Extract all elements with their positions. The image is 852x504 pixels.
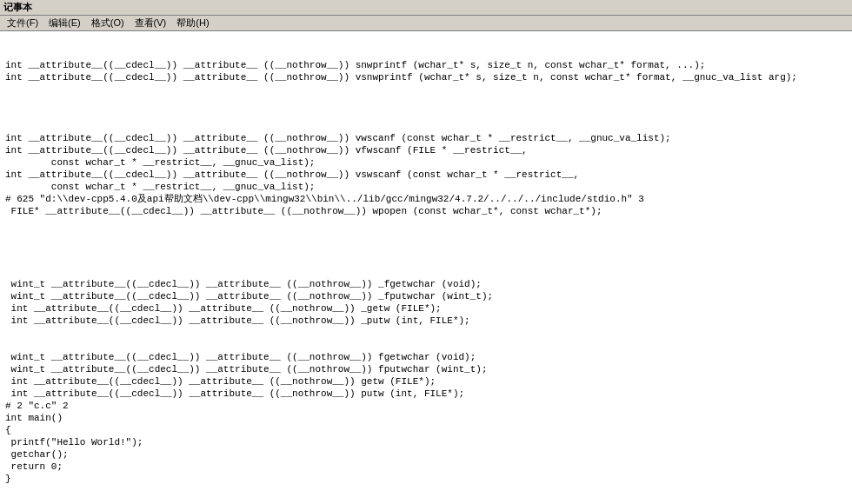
code-line: # 2 "c.c" 2 bbox=[5, 400, 847, 412]
title-text: 记事本 bbox=[3, 1, 32, 14]
code-line: int __attribute__((__cdecl__)) __attribu… bbox=[5, 315, 847, 327]
code-line: wint_t __attribute__((__cdecl__)) __attr… bbox=[5, 363, 847, 375]
code-line: } bbox=[5, 473, 847, 485]
code-line: int __attribute__((__cdecl__)) __attribu… bbox=[5, 169, 847, 181]
code-line: int __attribute__((__cdecl__)) __attribu… bbox=[5, 132, 847, 144]
code-line: int __attribute__((__cdecl__)) __attribu… bbox=[5, 71, 847, 83]
code-line: # 625 "d:\\dev-cpp5.4.0及api帮助文档\\dev-cpp… bbox=[5, 193, 847, 205]
code-line: int __attribute__((__cdecl__)) __attribu… bbox=[5, 388, 847, 400]
menu-bar: 文件(F)编辑(E)格式(O)查看(V)帮助(H) bbox=[0, 16, 852, 31]
code-line: wint_t __attribute__((__cdecl__)) __attr… bbox=[5, 351, 847, 363]
menu-item[interactable]: 格式(O) bbox=[86, 16, 130, 30]
code-line: wint_t __attribute__((__cdecl__)) __attr… bbox=[5, 290, 847, 302]
code-line: printf("Hello World!"); bbox=[5, 436, 847, 448]
code-line: int __attribute__((__cdecl__)) __attribu… bbox=[5, 59, 847, 71]
code-line: FILE* __attribute__((__cdecl__)) __attri… bbox=[5, 205, 847, 217]
code-line: int main() bbox=[5, 412, 847, 424]
code-line: const wchar_t * __restrict__, __gnuc_va_… bbox=[5, 181, 847, 193]
menu-item[interactable]: 帮助(H) bbox=[171, 16, 214, 30]
title-bar: 记事本 bbox=[0, 0, 852, 16]
content-area[interactable]: int __attribute__((__cdecl__)) __attribu… bbox=[0, 31, 852, 504]
code-line: int __attribute__((__cdecl__)) __attribu… bbox=[5, 302, 847, 315]
menu-item[interactable]: 文件(F) bbox=[2, 16, 43, 30]
menu-item[interactable]: 查看(V) bbox=[130, 16, 172, 30]
code-line: getchar(); bbox=[5, 448, 847, 461]
menu-item[interactable]: 编辑(E) bbox=[43, 16, 86, 30]
code-line: const wchar_t * __restrict__, __gnuc_va_… bbox=[5, 156, 847, 169]
code-line: { bbox=[5, 424, 847, 436]
code-line: int __attribute__((__cdecl__)) __attribu… bbox=[5, 144, 847, 156]
code-line: wint_t __attribute__((__cdecl__)) __attr… bbox=[5, 278, 847, 290]
code-line: return 0; bbox=[5, 461, 847, 473]
code-line: int __attribute__((__cdecl__)) __attribu… bbox=[5, 375, 847, 388]
